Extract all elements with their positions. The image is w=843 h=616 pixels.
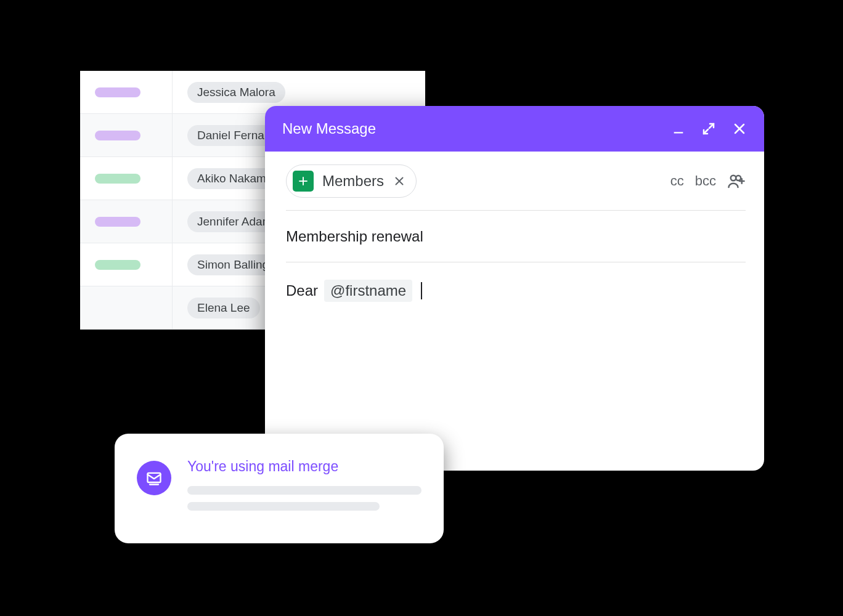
- svg-point-8: [736, 176, 741, 180]
- close-icon[interactable]: [732, 121, 747, 136]
- mail-merge-toast: You're using mail merge: [115, 434, 444, 543]
- tag-pill: [95, 260, 140, 270]
- bcc-button[interactable]: bcc: [695, 173, 716, 189]
- tag-pill: [95, 174, 140, 184]
- text-cursor: [421, 282, 422, 299]
- tag-pill: [95, 87, 140, 97]
- merge-tag[interactable]: @firstname: [324, 280, 412, 302]
- compose-window: New Message Members: [265, 106, 764, 471]
- body-prefix: Dear: [286, 282, 318, 299]
- minimize-icon[interactable]: [672, 122, 685, 136]
- compose-title: New Message: [282, 120, 672, 137]
- compose-body-input[interactable]: Dear @firstname: [286, 262, 746, 302]
- contact-chip[interactable]: Elena Lee: [187, 298, 260, 318]
- add-recipients-icon[interactable]: [727, 172, 746, 190]
- recipient-chip-label: Members: [322, 172, 384, 190]
- placeholder-line: [187, 502, 380, 511]
- contact-chip[interactable]: Jessica Malora: [187, 82, 285, 103]
- expand-icon[interactable]: [701, 121, 716, 136]
- compose-header: New Message: [265, 106, 764, 152]
- subject-input[interactable]: Membership renewal: [286, 211, 746, 262]
- tag-pill: [95, 217, 140, 227]
- tag-pill: [95, 131, 140, 140]
- placeholder-line: [187, 486, 422, 495]
- cc-button[interactable]: cc: [670, 173, 684, 189]
- remove-recipient-icon[interactable]: [393, 174, 406, 188]
- recipients-row[interactable]: Members cc bcc: [286, 152, 746, 211]
- toast-title: You're using mail merge: [187, 458, 422, 475]
- subject-text: Membership renewal: [286, 228, 423, 245]
- svg-rect-11: [148, 473, 161, 482]
- sheets-icon: [293, 171, 314, 192]
- mail-merge-icon: [137, 461, 171, 495]
- recipient-chip[interactable]: Members: [286, 164, 417, 198]
